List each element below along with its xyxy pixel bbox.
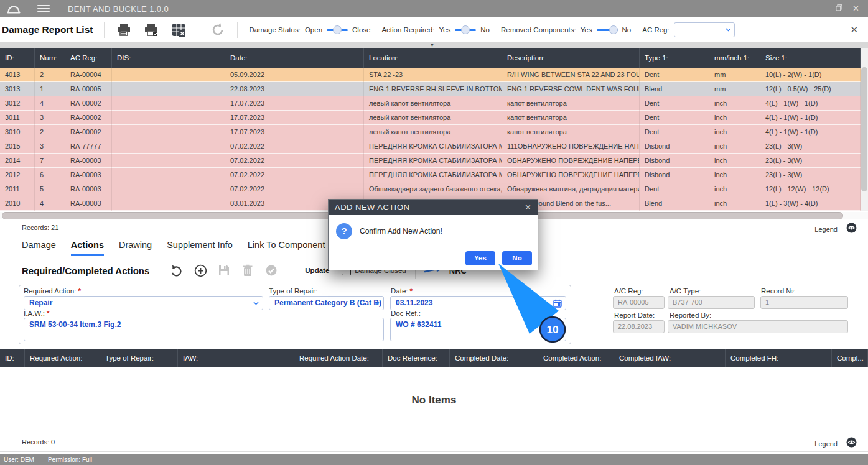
date-label: Date:*	[391, 287, 413, 295]
close-window-button[interactable]: ✕	[852, 0, 859, 17]
column-header[interactable]: Required Action:	[25, 349, 100, 367]
table-cell: 6	[35, 168, 65, 182]
table-cell: 23(L) - 3(W)	[760, 168, 861, 182]
damage-status-filter: Damage Status: Open Close	[249, 25, 370, 34]
date-input[interactable]: 03.11.2023	[390, 296, 566, 310]
column-header[interactable]: Required Action Date:	[294, 349, 383, 367]
ac-reg-label: A/C Reg:	[614, 287, 643, 295]
removed-components-filter: Removed Components: Yes No	[501, 25, 631, 34]
table-cell: 12(L) - 12(W) - 12(D)	[760, 182, 861, 196]
grid-splitter[interactable]: ▼	[0, 42, 868, 48]
table-cell: inch	[709, 111, 760, 125]
doc-ref-input[interactable]: WO # 632411	[390, 318, 566, 341]
legend-icon[interactable]	[846, 223, 857, 236]
no-button[interactable]: No	[502, 251, 532, 265]
action-required-toggle[interactable]	[455, 25, 476, 34]
tab-damage[interactable]: Damage	[22, 240, 56, 256]
menu-icon[interactable]	[37, 4, 50, 13]
action-required-no-option[interactable]: No	[480, 26, 490, 34]
refresh-icon[interactable]	[210, 22, 226, 38]
iaw-input[interactable]: SRM 53-00-34 Item.3 Fig.2	[24, 318, 384, 341]
chevron-down-icon	[726, 28, 731, 32]
column-header[interactable]: Location:	[364, 48, 502, 68]
column-header[interactable]: Compl...	[832, 349, 868, 367]
update-button[interactable]: Update	[305, 267, 329, 274]
table-cell: RA-00002	[65, 125, 112, 139]
table-cell: 7	[35, 154, 65, 168]
table-row[interactable]: 30113RA-0000217.07.2023левый капот венти…	[0, 111, 861, 125]
ac-reg-filter-group: AC Reg:	[642, 22, 734, 37]
tab-actions[interactable]: Actions	[71, 240, 104, 256]
table-cell: 07.02.2022	[225, 182, 364, 196]
close-panel-button[interactable]: ✕	[850, 24, 858, 35]
removed-components-toggle[interactable]	[597, 25, 618, 34]
column-header[interactable]: Completed Action:	[538, 349, 614, 367]
table-cell: inch	[709, 125, 760, 139]
column-header[interactable]: Completed IAW:	[614, 349, 726, 367]
column-header[interactable]: IAW:	[178, 349, 294, 367]
removed-components-no-option[interactable]: No	[622, 26, 632, 34]
table-cell: левый капот вентилятора	[364, 96, 502, 111]
column-header[interactable]: Doc Reference:	[383, 349, 450, 367]
legend-label: Legend	[814, 226, 838, 233]
restore-button[interactable]	[836, 0, 842, 17]
table-cell: RA-77777	[65, 139, 112, 154]
toolbar-separator	[198, 22, 198, 38]
ac-reg-filter-combobox[interactable]	[674, 22, 735, 37]
table-row[interactable]: 20115RA-0000307.02.2022Обшивкадвери задн…	[0, 182, 861, 196]
column-header[interactable]: Size 1:	[760, 48, 861, 68]
table-row[interactable]: 30124RA-0000217.07.2023левый капот венти…	[0, 96, 861, 111]
splitter-collapse-icon[interactable]: ▼	[430, 43, 434, 47]
table-cell: 3011	[0, 111, 35, 125]
tab-supplement-info[interactable]: Supplement Info	[167, 240, 233, 256]
damage-status-toggle[interactable]	[327, 25, 348, 34]
minimize-button[interactable]: –	[821, 0, 826, 17]
toolbar-separator	[291, 262, 291, 279]
print-preview-icon[interactable]	[143, 22, 159, 38]
table-row[interactable]: 20147RA-0000307.02.2022ПЕРЕДНЯЯ КРОМКА С…	[0, 154, 861, 168]
tab-link-to-component[interactable]: Link To Component	[248, 240, 325, 256]
table-cell: R/H WING BETWEEN STA 22 AND 23 FOUND DE.…	[502, 68, 640, 82]
table-row[interactable]: 30102RA-0000217.07.2023левый капот венти…	[0, 125, 861, 139]
type-of-repair-select[interactable]: Permanent Category B (Cat B)	[269, 296, 384, 310]
table-row[interactable]: 20153RA-7777707.02.2022ПЕРЕДНЯЯ КРОМКА С…	[0, 139, 861, 154]
table-cell: 1(L) - 3(W) - 4(D)	[760, 196, 861, 211]
column-header[interactable]: Date:	[225, 48, 364, 68]
calendar-icon[interactable]	[553, 299, 562, 310]
scrollbar-thumb[interactable]	[861, 67, 867, 191]
table-row[interactable]: 30131RA-0000522.08.2023ENG 1 REVERSE RH …	[0, 82, 861, 96]
required-action-select[interactable]: Repair	[24, 296, 263, 310]
damage-status-close-option[interactable]: Close	[352, 26, 370, 34]
dialog-header[interactable]: ADD NEW ACTION ✕	[329, 200, 538, 215]
column-header[interactable]: ID:	[0, 48, 35, 68]
column-header[interactable]: Description:	[502, 48, 640, 68]
column-header[interactable]: DIS:	[112, 48, 225, 68]
column-header[interactable]: AC Reg:	[65, 48, 112, 68]
column-header[interactable]: Completed Date:	[450, 349, 538, 367]
export-excel-icon[interactable]	[170, 22, 187, 38]
legend-icon[interactable]	[846, 437, 857, 450]
action-required-yes-option[interactable]: Yes	[439, 26, 450, 34]
chevron-down-icon	[253, 302, 259, 305]
column-header[interactable]: ID:	[0, 349, 25, 367]
column-header[interactable]: mm/inch 1:	[709, 48, 760, 68]
column-header[interactable]: Type of Repair:	[100, 349, 178, 367]
column-header[interactable]: Completed FH:	[726, 349, 832, 367]
yes-button[interactable]: Yes	[465, 251, 495, 265]
add-action-icon[interactable]	[193, 263, 208, 278]
print-icon[interactable]	[116, 22, 132, 38]
table-row[interactable]: 40132RA-0000405.09.2022STA 22 -23R/H WIN…	[0, 68, 861, 82]
tab-drawing[interactable]: Drawing	[119, 240, 152, 256]
vertical-scrollbar[interactable]	[861, 48, 868, 211]
column-header[interactable]: Num:	[35, 48, 65, 68]
dialog-close-button[interactable]: ✕	[525, 203, 531, 212]
table-cell: ПЕРЕДНЯЯ КРОМКА СТАБИЛИЗАТОРА МЕЖДУ...	[364, 139, 502, 154]
removed-components-yes-option[interactable]: Yes	[581, 26, 592, 34]
table-cell: Dent	[640, 182, 709, 196]
damage-status-open-option[interactable]: Open	[305, 26, 322, 34]
undo-icon[interactable]	[169, 263, 184, 278]
table-cell: inch	[709, 96, 760, 111]
table-cell: 07.02.2022	[225, 168, 364, 182]
column-header[interactable]: Type 1:	[640, 48, 709, 68]
table-row[interactable]: 20126RA-0000307.02.2022ПЕРЕДНЯЯ КРОМКА С…	[0, 168, 861, 182]
